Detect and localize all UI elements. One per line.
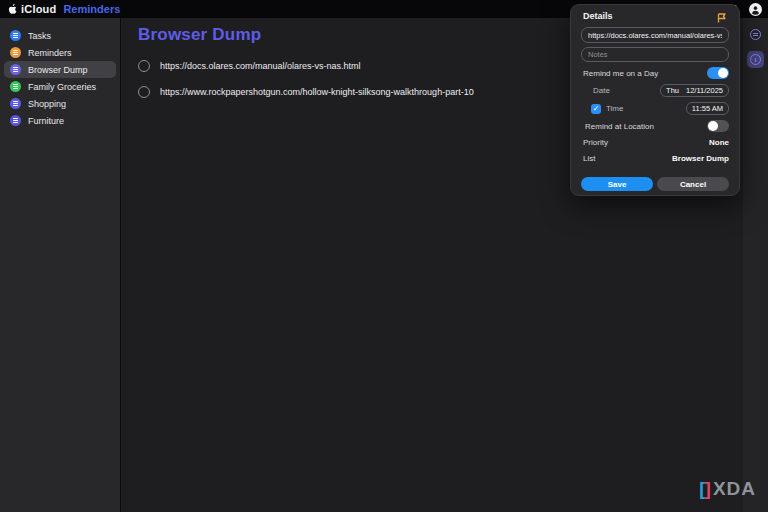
- xda-logo-text: XDA: [713, 478, 756, 500]
- sidebar-item-label: Furniture: [28, 116, 64, 126]
- sidebar-item-reminders[interactable]: Reminders: [4, 44, 116, 61]
- tasks-list-icon: [10, 30, 21, 41]
- priority-row[interactable]: Priority None: [583, 138, 729, 147]
- time-checkbox[interactable]: ✓: [591, 104, 601, 114]
- furniture-list-icon: [10, 115, 21, 126]
- location-label: Remind at Location: [585, 122, 654, 131]
- right-rail: i: [743, 18, 768, 512]
- location-toggle[interactable]: [707, 120, 729, 132]
- details-popover: Details Remind me on a Day Date Thu 12/1…: [570, 4, 740, 196]
- date-weekday: Thu: [666, 86, 679, 95]
- sidebar: Tasks Reminders Browser Dump Family Groc…: [0, 18, 121, 512]
- share-icon: [750, 29, 761, 40]
- reminder-text[interactable]: https://www.rockpapershotgun.com/hollow-…: [160, 87, 474, 97]
- family-groceries-list-icon: [10, 81, 21, 92]
- remind-day-label: Remind me on a Day: [583, 69, 658, 78]
- reminder-title-field[interactable]: [581, 27, 729, 43]
- sidebar-item-shopping[interactable]: Shopping: [4, 95, 116, 112]
- priority-label: Priority: [583, 138, 608, 147]
- details-button[interactable]: i: [747, 51, 764, 68]
- sidebar-item-furniture[interactable]: Furniture: [4, 112, 116, 129]
- sidebar-item-label: Shopping: [28, 99, 66, 109]
- details-title: Details: [583, 11, 613, 21]
- notes-field[interactable]: [581, 47, 729, 62]
- reminders-list-icon: [10, 47, 21, 58]
- time-label: Time: [606, 104, 623, 113]
- complete-checkbox[interactable]: [138, 60, 150, 72]
- priority-value[interactable]: None: [709, 138, 729, 147]
- sidebar-item-label: Reminders: [28, 48, 72, 58]
- sidebar-item-label: Family Groceries: [28, 82, 96, 92]
- time-row: ✓ Time 11:55 AM: [591, 102, 729, 115]
- reminder-text[interactable]: https://docs.olares.com/manual/olares-vs…: [160, 61, 361, 71]
- time-value: 11:55 AM: [692, 104, 723, 113]
- sidebar-item-tasks[interactable]: Tasks: [4, 27, 116, 44]
- location-row: Remind at Location: [585, 120, 729, 132]
- brand-app-label: Reminders: [63, 3, 120, 15]
- date-value: 12/11/2025: [686, 86, 723, 95]
- sidebar-item-browser-dump[interactable]: Browser Dump: [4, 61, 116, 78]
- sidebar-item-label: Browser Dump: [28, 65, 88, 75]
- xda-bracket-right-icon: ]: [705, 478, 711, 500]
- remind-day-toggle[interactable]: [707, 67, 729, 79]
- list-row[interactable]: List Browser Dump: [583, 154, 729, 163]
- date-row: Date Thu 12/11/2025: [593, 84, 729, 97]
- time-picker[interactable]: 11:55 AM: [686, 102, 729, 115]
- apple-logo-icon: [8, 3, 18, 15]
- date-picker[interactable]: Thu 12/11/2025: [660, 84, 729, 97]
- cancel-button[interactable]: Cancel: [657, 177, 729, 191]
- browser-dump-list-icon: [10, 64, 21, 75]
- brand-icloud-label: iCloud: [21, 3, 56, 15]
- account-icon[interactable]: [749, 3, 762, 16]
- share-list-button[interactable]: [747, 26, 764, 43]
- list-label: List: [583, 154, 595, 163]
- shopping-list-icon: [10, 98, 21, 109]
- brand: iCloud Reminders: [8, 3, 120, 15]
- sidebar-item-label: Tasks: [28, 31, 51, 41]
- list-value[interactable]: Browser Dump: [672, 154, 729, 163]
- xda-watermark: [ ] XDA: [699, 478, 756, 500]
- save-button[interactable]: Save: [581, 177, 653, 191]
- remind-day-row: Remind me on a Day: [583, 67, 729, 79]
- sidebar-item-family-groceries[interactable]: Family Groceries: [4, 78, 116, 95]
- flag-icon[interactable]: [716, 10, 728, 22]
- date-label: Date: [593, 86, 610, 95]
- complete-checkbox[interactable]: [138, 86, 150, 98]
- info-icon: i: [750, 54, 761, 65]
